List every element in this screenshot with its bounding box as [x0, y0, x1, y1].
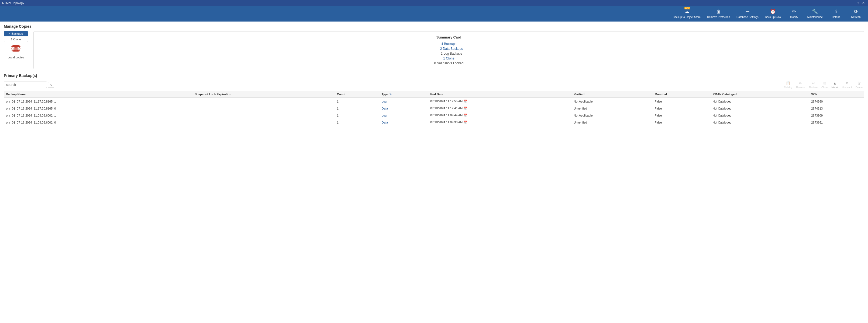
type-cell: Data: [379, 119, 428, 126]
summary-items: 4 Backups 2 Data Backups 2 Log Backups 1…: [39, 42, 859, 65]
col-type[interactable]: Type ⇅: [379, 91, 428, 98]
catalog-label: Catalog: [784, 86, 792, 88]
table-row[interactable]: ora_01_07-18-2024_11.17.20.8165_11Log07/…: [4, 98, 864, 105]
col-mounted: Mounted: [652, 91, 710, 98]
backup-object-store-button[interactable]: NEW ☁ Backup to Object Store: [670, 7, 703, 20]
scn-cell: 2873861: [809, 119, 864, 126]
refresh-icon: ⟳: [854, 9, 858, 14]
mounted-cell: False: [652, 119, 710, 126]
local-copies-panel: 4 Backups 1 Clone Local copies: [4, 31, 28, 69]
scn-cell: 2874360: [809, 98, 864, 105]
type-cell: Log: [379, 98, 428, 105]
unmount-button[interactable]: ▼ Unmount: [840, 80, 854, 89]
details-label: Details: [832, 15, 840, 19]
table-row[interactable]: ora_01_07-18-2024_11.09.08.6002_01Data07…: [4, 119, 864, 126]
restore-button[interactable]: ↩ Restore: [807, 80, 819, 89]
refresh-label: Refresh: [851, 15, 861, 19]
delete-icon: 🗑: [857, 81, 861, 85]
table-row[interactable]: ora_01_07-18-2024_11.17.20.8165_01Data07…: [4, 105, 864, 112]
snapshot-lock-cell: [192, 119, 335, 126]
unmount-label: Unmount: [842, 86, 852, 88]
snapshot-lock-cell: [192, 105, 335, 112]
scn-cell: 2873909: [809, 112, 864, 119]
rename-label: Rename: [796, 86, 805, 88]
col-backup-name: Backup Name: [4, 91, 192, 98]
title-bar-controls: — □ ✕: [849, 1, 866, 5]
verified-cell: Unverified: [571, 105, 652, 112]
mount-button[interactable]: ▲ Mount: [830, 80, 840, 89]
remove-protection-button[interactable]: 🗑 Remove Protection: [704, 8, 733, 20]
mounted-cell: False: [652, 105, 710, 112]
manage-copies-title: Manage Copies: [4, 24, 864, 29]
clone-button[interactable]: ⎘ Clone: [820, 80, 830, 89]
restore-label: Restore: [809, 86, 817, 88]
summary-backups-link[interactable]: 4 Backups: [441, 42, 456, 46]
rename-icon: ✏: [799, 81, 802, 85]
backups-table: Backup Name Snapshot Lock Expiration Cou…: [4, 91, 864, 126]
filter-button[interactable]: ▽: [48, 82, 54, 88]
rman-cell: Not Cataloged: [710, 119, 809, 126]
type-link[interactable]: Data: [382, 107, 388, 110]
clone-badge-button[interactable]: 1 Clone: [4, 37, 28, 42]
col-end-date: End Date: [428, 91, 571, 98]
info-icon: ℹ: [835, 9, 837, 14]
backups-badge-button[interactable]: 4 Backups: [4, 31, 28, 36]
minimize-button[interactable]: —: [849, 1, 855, 5]
clock-icon: ⏰: [770, 9, 776, 14]
summary-data-backups-link[interactable]: 2 Data Backups: [440, 47, 463, 50]
details-button[interactable]: ℹ Details: [827, 7, 845, 20]
pencil-icon: ✏: [792, 9, 796, 14]
modify-button[interactable]: ✏ Modify: [785, 7, 804, 20]
main-content: Manage Copies 4 Backups 1 Clone: [0, 22, 868, 323]
back-up-now-button[interactable]: ⏰ Back up Now: [762, 7, 784, 20]
end-date-cell: 07/18/2024 11:09:44 AM 📅: [428, 112, 571, 119]
mounted-cell: False: [652, 98, 710, 105]
end-date-cell: 07/18/2024 11:17:41 AM 📅: [428, 105, 571, 112]
summary-card-title: Summary Card: [39, 35, 859, 39]
backup-object-store-label: Backup to Object Store: [673, 15, 701, 19]
delete-button[interactable]: 🗑 Delete: [854, 80, 864, 89]
summary-clone-link[interactable]: 1 Clone: [443, 57, 454, 60]
close-button[interactable]: ✕: [861, 1, 866, 5]
maximize-button[interactable]: □: [856, 1, 860, 5]
database-icon: [11, 45, 21, 54]
trash-icon: 🗑: [716, 9, 721, 14]
table-toolbar: ▽ 📋 Catalog ✏ Rename ↩ Restore ⎘: [4, 80, 864, 89]
settings-icon: ☰: [745, 9, 750, 14]
verified-cell: Not Applicable: [571, 98, 652, 105]
verified-cell: Unverified: [571, 119, 652, 126]
end-date-cell: 07/18/2024 11:09:30 AM 📅: [428, 119, 571, 126]
type-cell: Log: [379, 112, 428, 119]
clone-icon: ⎘: [824, 81, 826, 85]
verified-cell: Not Applicable: [571, 112, 652, 119]
end-date-cell: 07/18/2024 11:17:55 AM 📅: [428, 98, 571, 105]
type-link[interactable]: Log: [382, 114, 386, 117]
app-title: NTAP1 Topology: [2, 1, 24, 5]
table-actions: 📋 Catalog ✏ Rename ↩ Restore ⎘ Clone ▲: [782, 80, 864, 89]
local-copies-label: Local copies: [7, 56, 24, 59]
count-cell: 1: [335, 105, 379, 112]
table-row[interactable]: ora_01_07-18-2024_11.09.08.6002_11Log07/…: [4, 112, 864, 119]
delete-label: Delete: [856, 86, 863, 88]
count-cell: 1: [335, 119, 379, 126]
backup-name-cell: ora_01_07-18-2024_11.09.08.6002_1: [4, 112, 192, 119]
svg-point-0: [11, 45, 20, 48]
restore-icon: ↩: [812, 81, 815, 85]
type-cell: Data: [379, 105, 428, 112]
type-link[interactable]: Log: [382, 100, 386, 103]
search-group: ▽: [4, 81, 54, 88]
database-settings-button[interactable]: ☰ Database Settings: [734, 7, 761, 20]
table-header-row: Backup Name Snapshot Lock Expiration Cou…: [4, 91, 864, 98]
type-link[interactable]: Data: [382, 121, 388, 124]
maintenance-button[interactable]: 🔧 Maintenance: [805, 7, 826, 20]
rename-button[interactable]: ✏ Rename: [795, 80, 807, 89]
search-input[interactable]: [4, 81, 47, 88]
scn-cell: 2874313: [809, 105, 864, 112]
catalog-button[interactable]: 📋 Catalog: [782, 80, 794, 89]
copies-badge-group: 4 Backups 1 Clone: [4, 31, 28, 42]
sort-icon: ⇅: [389, 93, 392, 96]
maintenance-label: Maintenance: [807, 15, 823, 19]
refresh-button[interactable]: ⟳ Refresh: [846, 7, 865, 20]
col-count: Count: [335, 91, 379, 98]
summary-log-backups-text: 2 Log Backups: [441, 52, 462, 56]
